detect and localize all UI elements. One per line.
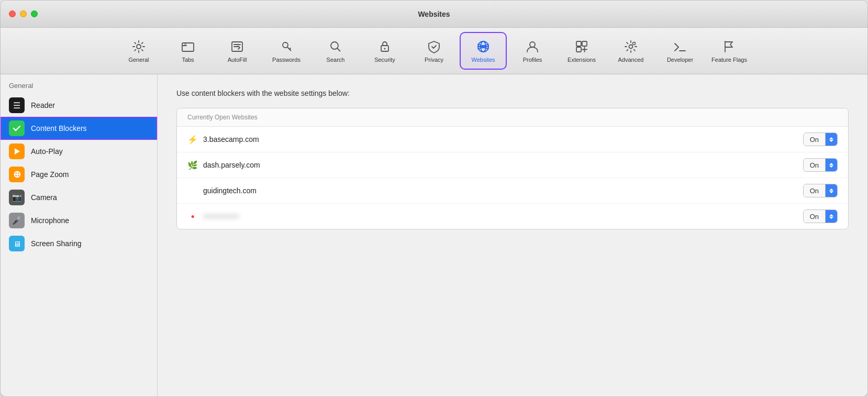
- toolbar-label-search: Search: [327, 57, 345, 63]
- sidebar-label-page-zoom: Page Zoom: [31, 170, 69, 179]
- on-select-blurred[interactable]: On: [803, 209, 838, 223]
- sidebar-item-camera[interactable]: 📷 Camera: [1, 186, 157, 209]
- svg-rect-10: [576, 41, 581, 46]
- advanced-icon: [623, 39, 639, 54]
- toolbar-item-profiles[interactable]: Profiles: [509, 32, 556, 70]
- favicon-blurred: ●: [187, 211, 198, 222]
- svg-rect-12: [576, 47, 581, 52]
- stepper-up-blurred: [829, 214, 833, 216]
- svg-rect-11: [582, 41, 587, 46]
- stepper-basecamp[interactable]: [826, 133, 837, 146]
- sidebar-item-content-blockers[interactable]: Content Blockers: [1, 117, 157, 140]
- microphone-icon: 🎤: [9, 213, 25, 228]
- site-control-parsely[interactable]: On: [803, 158, 838, 172]
- stepper-parsely[interactable]: [826, 158, 837, 172]
- toolbar-item-advanced[interactable]: Advanced: [607, 32, 654, 70]
- toolbar-item-general[interactable]: General: [115, 32, 162, 70]
- sidebar-section-header: General: [1, 74, 157, 94]
- toolbar-item-developer[interactable]: Developer: [656, 32, 704, 70]
- toolbar-item-privacy[interactable]: Privacy: [410, 32, 458, 70]
- table-header: Currently Open Websites: [177, 108, 848, 127]
- site-control-blurred[interactable]: On: [803, 209, 838, 223]
- sidebar-label-camera: Camera: [31, 193, 57, 202]
- privacy-icon: [426, 39, 442, 54]
- stepper-blurred[interactable]: [826, 209, 837, 223]
- sidebar-item-page-zoom[interactable]: ⊕ Page Zoom: [1, 163, 157, 186]
- toolbar-label-tabs: Tabs: [182, 57, 194, 63]
- stepper-down-guiding: [829, 191, 833, 193]
- content-panel: Use content blockers with the website se…: [158, 74, 867, 396]
- favicon-basecamp: ⚡: [187, 134, 198, 145]
- on-select-basecamp[interactable]: On: [803, 133, 838, 146]
- site-control-guiding[interactable]: On: [803, 184, 838, 197]
- toolbar-label-general: General: [128, 57, 149, 63]
- stepper-down-basecamp: [829, 140, 833, 142]
- stepper-up-guiding: [829, 189, 833, 191]
- svg-point-6: [384, 48, 386, 50]
- toolbar-item-featureflags[interactable]: Feature Flags: [706, 32, 753, 70]
- sidebar-item-screen-sharing[interactable]: 🖥 Screen Sharing: [1, 232, 157, 255]
- titlebar: Websites: [1, 1, 867, 28]
- on-label-parsely: On: [804, 159, 826, 171]
- close-button[interactable]: [9, 10, 16, 17]
- window-controls: [9, 10, 38, 17]
- content-blockers-icon: [9, 120, 25, 136]
- developer-icon: [672, 39, 688, 54]
- svg-point-0: [137, 45, 141, 49]
- toolbar-item-search[interactable]: Search: [312, 32, 359, 70]
- stepper-down-parsely: [829, 166, 833, 168]
- toolbar-item-passwords[interactable]: Passwords: [263, 32, 310, 70]
- toolbar-label-websites: Websites: [471, 57, 495, 63]
- site-name-guiding: guidingtech.com: [203, 186, 803, 195]
- extensions-icon: [574, 39, 589, 54]
- sidebar-label-content-blockers: Content Blockers: [31, 124, 87, 133]
- site-name-parsely: dash.parsely.com: [203, 161, 803, 169]
- site-control-basecamp[interactable]: On: [803, 133, 838, 146]
- toolbar: General Tabs AutoFill: [1, 28, 867, 74]
- tabs-icon: [180, 39, 196, 54]
- content-description: Use content blockers with the website se…: [176, 89, 849, 97]
- on-label-guiding: On: [804, 184, 826, 197]
- search-icon: [328, 39, 343, 54]
- on-select-parsely[interactable]: On: [803, 158, 838, 172]
- toolbar-item-extensions[interactable]: Extensions: [558, 32, 605, 70]
- svg-point-13: [629, 45, 633, 49]
- camera-icon: 📷: [9, 190, 25, 205]
- toolbar-label-autofill: AutoFill: [228, 57, 247, 63]
- toolbar-label-extensions: Extensions: [567, 57, 596, 63]
- featureflags-icon: [721, 39, 737, 54]
- sidebar-item-reader[interactable]: ☰ Reader: [1, 94, 157, 117]
- autoplay-icon: [9, 144, 25, 159]
- sidebar-item-autoplay[interactable]: Auto-Play: [1, 140, 157, 163]
- svg-point-9: [530, 42, 535, 47]
- toolbar-item-tabs[interactable]: Tabs: [164, 32, 212, 70]
- minimize-button[interactable]: [20, 10, 27, 17]
- toolbar-item-websites[interactable]: Websites: [460, 32, 507, 70]
- table-row: guidingtech.com On: [177, 178, 848, 204]
- on-select-guiding[interactable]: On: [803, 184, 838, 197]
- table-row: 🌿 dash.parsely.com On: [177, 152, 848, 178]
- toolbar-item-security[interactable]: Security: [361, 32, 408, 70]
- websites-icon: [475, 39, 491, 54]
- toolbar-item-autofill[interactable]: AutoFill: [214, 32, 261, 70]
- websites-table: Currently Open Websites ⚡ 3.basecamp.com…: [176, 108, 849, 229]
- screen-sharing-icon: 🖥: [9, 236, 25, 251]
- toolbar-label-security: Security: [374, 57, 395, 63]
- window-title: Websites: [418, 10, 450, 18]
- stepper-guiding[interactable]: [826, 184, 837, 197]
- favicon-parsely: 🌿: [187, 160, 198, 170]
- stepper-up-parsely: [829, 163, 833, 165]
- favicon-guiding: [187, 185, 198, 196]
- maximize-button[interactable]: [31, 10, 38, 17]
- on-label-basecamp: On: [804, 133, 826, 146]
- sidebar-item-microphone[interactable]: 🎤 Microphone: [1, 209, 157, 232]
- table-row: ⚡ 3.basecamp.com On: [177, 127, 848, 152]
- profiles-icon: [525, 39, 540, 54]
- sidebar: General ☰ Reader Content Blockers: [1, 74, 158, 396]
- passwords-icon: [279, 39, 294, 54]
- gear-icon: [131, 39, 147, 54]
- svg-marker-15: [15, 148, 20, 155]
- toolbar-label-privacy: Privacy: [425, 57, 443, 63]
- safari-preferences-window: Websites General Tabs: [0, 0, 868, 397]
- toolbar-label-profiles: Profiles: [523, 57, 542, 63]
